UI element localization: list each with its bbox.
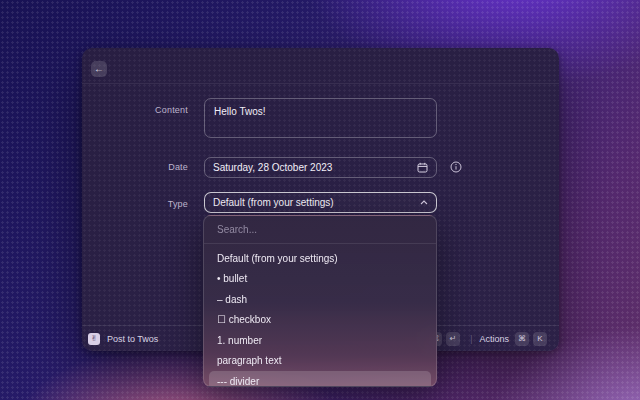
type-dropdown-menu: Default (from your settings) • bullet – … <box>203 215 437 387</box>
cmd-key-badge: ⌘ <box>515 332 529 346</box>
type-label: Type <box>82 199 188 209</box>
info-icon[interactable] <box>450 161 462 173</box>
dropdown-search-input[interactable] <box>217 224 423 235</box>
footer-separator: | <box>470 334 472 344</box>
option-number[interactable]: 1. number <box>204 330 436 351</box>
option-checkbox[interactable]: ☐ checkbox <box>204 310 436 331</box>
back-arrow-icon: ← <box>94 63 104 74</box>
content-input[interactable] <box>204 98 437 138</box>
calendar-icon[interactable] <box>417 162 428 173</box>
content-label: Content <box>82 105 188 115</box>
option-default[interactable]: Default (from your settings) <box>204 248 436 269</box>
option-dash[interactable]: – dash <box>204 289 436 310</box>
actions-label[interactable]: Actions <box>479 334 509 344</box>
option-divider[interactable]: --- divider <box>209 371 431 387</box>
dropdown-search-row <box>204 216 436 244</box>
option-paragraph[interactable]: paragraph text <box>204 351 436 372</box>
enter-key-badge: ↵ <box>446 332 460 346</box>
date-value: Saturday, 28 October 2023 <box>213 162 411 173</box>
date-label: Date <box>82 162 188 172</box>
twos-logo-icon: ✌ <box>88 333 100 345</box>
header-divider <box>82 83 559 84</box>
type-select[interactable]: Default (from your settings) <box>204 192 437 213</box>
chevron-up-icon <box>420 200 428 205</box>
back-button[interactable]: ← <box>91 61 107 77</box>
option-bullet[interactable]: • bullet <box>204 269 436 290</box>
post-to-twos-button[interactable]: Post to Twos <box>107 334 158 344</box>
dropdown-options: Default (from your settings) • bullet – … <box>204 244 436 387</box>
type-selected-value: Default (from your settings) <box>213 197 420 208</box>
k-key-badge: K <box>533 332 547 346</box>
date-input[interactable]: Saturday, 28 October 2023 <box>204 157 437 178</box>
